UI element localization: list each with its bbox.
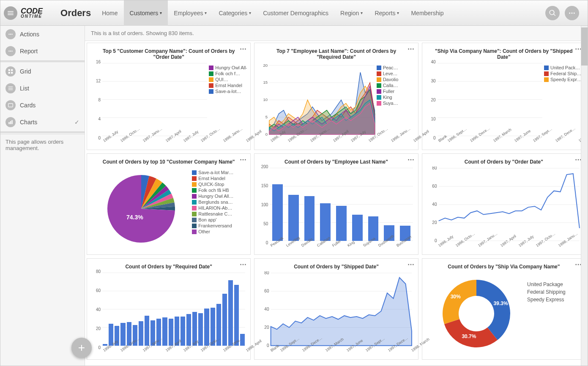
bar[interactable] (320, 203, 331, 241)
svg-text:0: 0 (265, 132, 268, 137)
plus-icon: + (78, 341, 85, 355)
nav-employees[interactable]: Employees▾ (168, 0, 213, 26)
chart-card-bar_employee: ⋯Count of Orders by "Employee Last Name"… (254, 153, 418, 255)
page-title: Orders (60, 8, 91, 19)
bar[interactable] (198, 313, 203, 346)
chart-title: Top 5 "Customer Company Name": Count of … (90, 46, 247, 62)
svg-rect-17 (8, 122, 9, 124)
legend-item[interactable]: Federal Ship… (544, 71, 582, 76)
legend-item[interactable]: Speedy Express (527, 297, 582, 303)
legend-item[interactable]: Other (192, 229, 247, 234)
nav-customers[interactable]: Customers▾ (124, 0, 168, 26)
card-menu-button[interactable]: ⋯ (407, 45, 415, 53)
svg-text:10: 10 (263, 97, 268, 102)
nav-categories[interactable]: Categories▾ (213, 0, 257, 26)
area-series[interactable] (271, 278, 412, 346)
svg-point-3 (8, 34, 9, 35)
bar[interactable] (222, 294, 227, 346)
sidebar-item-cards[interactable]: Cards (0, 97, 85, 114)
svg-rect-16 (8, 104, 13, 107)
svg-text:20: 20 (263, 63, 268, 68)
sidebar-item-grid[interactable]: Grid (0, 63, 85, 80)
sidebar-item-list[interactable]: List (0, 80, 85, 97)
legend-item[interactable]: QUI… (209, 77, 247, 82)
chart-title: "Ship Via Company Name": Count of Orders… (426, 46, 582, 62)
bar[interactable] (145, 316, 149, 346)
nav-label: Employees (174, 10, 203, 16)
pie-slice[interactable] (443, 280, 476, 324)
legend-item[interactable]: Frankenversand (192, 223, 247, 228)
card-menu-button[interactable]: ⋯ (407, 260, 415, 268)
legend-item[interactable]: Peac… (377, 65, 415, 70)
y-tick: 0 (266, 240, 268, 245)
card-menu-button[interactable]: ⋯ (240, 45, 247, 53)
bar[interactable] (186, 314, 191, 346)
dots-icon (5, 46, 16, 56)
bar[interactable] (120, 323, 125, 346)
legend-item[interactable]: Save-a-lot… (209, 89, 247, 94)
legend-item[interactable]: Federal Shipping (527, 289, 582, 295)
menu-button[interactable] (4, 6, 17, 20)
chart-title: Count of Orders by "Employee Last Name" (258, 157, 414, 167)
chart-title: Count of Orders by "Shipped Date" (258, 262, 414, 271)
legend-item[interactable]: United Package (527, 281, 582, 287)
sidebar-item-report[interactable]: Report (0, 43, 85, 60)
legend-item[interactable]: Fuller (377, 89, 415, 94)
bar[interactable] (272, 184, 283, 241)
caret-icon: ▾ (249, 11, 251, 15)
card-menu-button[interactable]: ⋯ (240, 260, 247, 268)
nav-customer-demographics[interactable]: Customer Demographics (257, 0, 334, 26)
search-button[interactable] (545, 6, 560, 20)
sidebar-item-actions[interactable]: Actions (0, 26, 85, 43)
legend-item[interactable]: Ernst Handel (192, 176, 247, 181)
legend-item[interactable]: Save-a-lot Mar… (192, 170, 247, 175)
vertical-scrollbar[interactable] (581, 26, 588, 366)
topbar: CODE ONTIME Orders HomeCustomers▾Employe… (0, 0, 588, 26)
legend-item[interactable]: QUICK-Stop (192, 182, 247, 187)
bar[interactable] (169, 319, 173, 346)
nav-membership[interactable]: Membership (405, 0, 449, 26)
scrollbar-thumb[interactable] (581, 27, 588, 66)
legend-item[interactable]: Suya… (377, 101, 415, 106)
svg-rect-14 (8, 88, 13, 88)
chart-card-area_shipped: ⋯Count of Orders by "Shipped Date"020406… (254, 258, 418, 360)
legend-item[interactable]: Hungry Owl All… (192, 194, 247, 199)
bar[interactable] (228, 280, 233, 346)
bar[interactable] (204, 309, 209, 346)
card-menu-button[interactable]: ⋯ (240, 156, 247, 164)
line-series[interactable] (438, 174, 579, 228)
legend-item[interactable]: Rattlesnake C… (192, 211, 247, 216)
nav-region[interactable]: Region▾ (334, 0, 369, 26)
y-tick: 150 (261, 183, 268, 188)
legend-item[interactable]: Leve… (377, 71, 415, 76)
y-tick: 80 (96, 269, 101, 274)
bar[interactable] (288, 195, 299, 241)
dots-icon (5, 29, 16, 39)
bar[interactable] (234, 285, 239, 346)
legend-item[interactable]: Ernst Handel (209, 83, 247, 88)
legend-item[interactable]: Speedy Expr… (544, 77, 582, 82)
nav-label: Membership (411, 10, 443, 16)
legend-item[interactable]: Berglunds sna… (192, 199, 247, 205)
legend-item[interactable]: Hungry Owl All-Night (209, 65, 247, 70)
legend-item[interactable]: King (377, 95, 415, 100)
sidebar-description: This page allows orders management. (0, 134, 85, 156)
legend-item[interactable]: Davolio (377, 77, 415, 82)
nav-home[interactable]: Home (96, 0, 123, 26)
y-tick: 0 (98, 136, 101, 140)
legend-item[interactable]: Folk och få HB (192, 188, 247, 193)
chart-card-line_orderdate: ⋯Count of Orders by "Order Date"02040608… (422, 153, 586, 255)
sidebar-item-charts[interactable]: Charts✓ (0, 114, 85, 131)
card-menu-button[interactable]: ⋯ (407, 156, 415, 164)
legend-item[interactable]: Bon app' (192, 217, 247, 222)
legend-item[interactable]: United Pack… (544, 65, 582, 70)
legend-item[interactable]: Folk och f… (209, 71, 247, 76)
legend-item[interactable]: HILARION-Ab… (192, 205, 247, 210)
more-button[interactable] (565, 6, 579, 20)
bar[interactable] (336, 206, 347, 241)
bar[interactable] (304, 196, 315, 241)
nav-reports[interactable]: Reports▾ (369, 0, 405, 26)
legend-item[interactable]: Calla… (377, 83, 415, 88)
y-tick: 10 (431, 117, 436, 121)
add-button[interactable]: + (71, 338, 92, 358)
